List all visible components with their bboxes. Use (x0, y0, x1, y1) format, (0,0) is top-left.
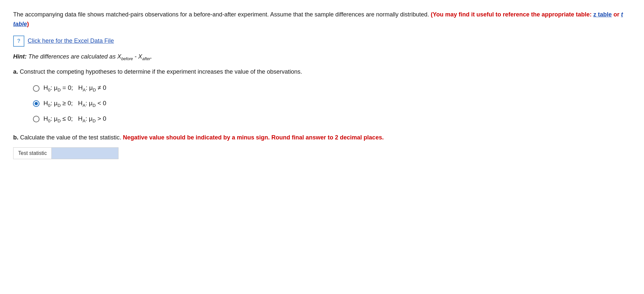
test-statistic-label: Test statistic (13, 148, 52, 159)
option-3-label: H0: μD ≤ 0; HA: μD > 0 (43, 115, 106, 123)
option-2-row[interactable]: H0: μD ≥ 0; HA: μD < 0 (33, 100, 631, 108)
intro-main-text: The accompanying data file shows matched… (13, 11, 429, 18)
part-b-section: b. Calculate the value of the test stati… (13, 133, 631, 159)
option-3-row[interactable]: H0: μD ≤ 0; HA: μD > 0 (33, 115, 631, 123)
option-2-radio[interactable] (33, 100, 40, 107)
part-a-label: a. (13, 68, 18, 75)
part-b-label: b. (13, 134, 18, 141)
test-statistic-input[interactable] (52, 148, 118, 159)
part-b-text: Calculate the value of the test statisti… (20, 134, 121, 141)
option-2-label: H0: μD ≥ 0; HA: μD < 0 (43, 100, 106, 108)
option-1-radio[interactable] (33, 85, 40, 92)
option-3-radio[interactable] (33, 116, 40, 122)
option-1-row[interactable]: H0: μD = 0; HA: μD ≠ 0 (33, 84, 631, 92)
intro-paragraph: The accompanying data file shows matched… (13, 10, 631, 29)
excel-link-row: ? Click here for the Excel Data File (13, 36, 631, 47)
hypothesis-options: H0: μD = 0; HA: μD ≠ 0 H0: μD ≥ 0; HA: μ… (33, 84, 631, 123)
excel-icon: ? (13, 36, 24, 47)
part-a-question: a. Construct the competing hypotheses to… (13, 67, 631, 76)
test-statistic-row: Test statistic (13, 147, 119, 159)
bold-prefix: You may find it useful to reference the … (433, 11, 592, 18)
option-1-label: H0: μD = 0; HA: μD ≠ 0 (43, 84, 106, 92)
or-text: or (613, 11, 619, 18)
part-a-text: Construct the competing hypotheses to de… (20, 68, 302, 75)
z-table-link[interactable]: z table (593, 11, 612, 18)
excel-data-link[interactable]: Click here for the Excel Data File (28, 37, 114, 44)
hint-text: Hint: The differences are calculated as … (13, 53, 631, 61)
part-b-bold-instruction: Negative value should be indicated by a … (123, 134, 384, 141)
part-b-question: b. Calculate the value of the test stati… (13, 133, 631, 142)
